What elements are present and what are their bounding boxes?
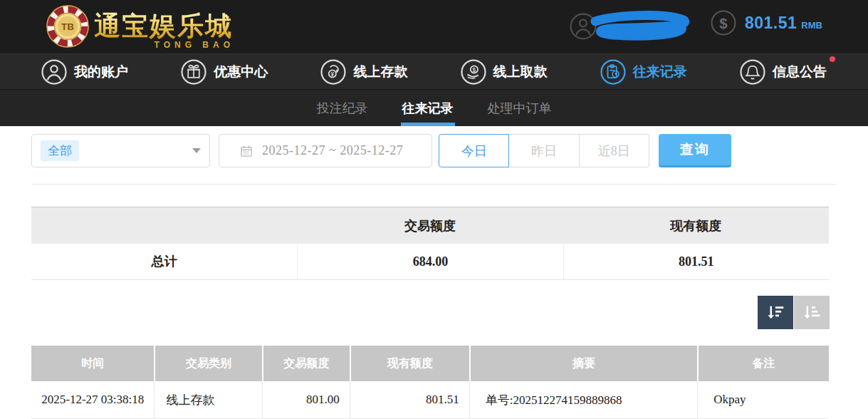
nav-item-announcements[interactable]: 信息公告 bbox=[740, 59, 827, 85]
username-redaction-scribble bbox=[590, 10, 696, 44]
nav-label: 线上取款 bbox=[493, 63, 548, 81]
nav-label: 往来记录 bbox=[633, 63, 687, 81]
summary-total-transaction-amount: 684.00 bbox=[297, 244, 563, 279]
nav-label: 我的账户 bbox=[74, 63, 128, 81]
main-nav: 我的账户 优惠中心 ¥ 线上存款 $ 线上取款 bbox=[0, 53, 868, 89]
coin-dollar-icon: $ bbox=[711, 10, 736, 36]
dropdown-selected-value: 全部 bbox=[41, 140, 79, 161]
record-current-amount: 801.51 bbox=[350, 381, 469, 418]
record-note: Okpay bbox=[697, 381, 829, 418]
balance-amount: 801.51 bbox=[745, 14, 797, 33]
balance-display[interactable]: $ 801.51 RMB bbox=[711, 10, 822, 36]
records-header-note: 备注 bbox=[697, 346, 829, 381]
withdraw-hand-coin-icon: $ bbox=[461, 59, 486, 85]
poker-chip-logo-icon: TB bbox=[46, 4, 90, 48]
section-divider bbox=[31, 184, 837, 185]
summary-header-row: 交易额度 现有额度 bbox=[31, 207, 829, 244]
bell-icon bbox=[740, 59, 765, 85]
sort-descending-icon bbox=[765, 302, 786, 324]
svg-text:$: $ bbox=[719, 16, 727, 31]
user-circle-icon bbox=[41, 59, 67, 85]
summary-total-label: 总计 bbox=[31, 244, 297, 279]
quick-date-yesterday-button[interactable]: 昨日 bbox=[509, 134, 579, 167]
balance-currency: RMB bbox=[801, 15, 822, 31]
nav-item-transaction-records[interactable]: 往来记录 bbox=[600, 59, 687, 85]
records-header-current-amount: 现有额度 bbox=[350, 346, 469, 381]
svg-text:$: $ bbox=[472, 66, 476, 73]
records-header-time: 时间 bbox=[31, 346, 154, 381]
notification-dot bbox=[830, 56, 835, 62]
sort-ascending-button[interactable] bbox=[794, 296, 830, 329]
sort-descending-button[interactable] bbox=[758, 296, 793, 329]
nav-label: 信息公告 bbox=[773, 63, 827, 81]
date-range-value: 2025-12-27 ~ 2025-12-27 bbox=[262, 143, 403, 158]
calendar-icon bbox=[239, 144, 253, 158]
nav-item-promotions[interactable]: 优惠中心 bbox=[181, 59, 268, 85]
chevron-down-icon bbox=[192, 148, 201, 153]
nav-label: 线上存款 bbox=[353, 63, 407, 81]
chip-label: TB bbox=[61, 21, 74, 32]
search-button[interactable]: 查询 bbox=[659, 134, 731, 167]
records-clipboard-icon bbox=[600, 59, 626, 85]
nav-label: 优惠中心 bbox=[214, 63, 268, 81]
summary-total-current-amount: 801.51 bbox=[563, 244, 829, 279]
records-header-type: 交易类别 bbox=[154, 346, 261, 381]
records-header-transaction-amount: 交易额度 bbox=[262, 346, 350, 381]
sort-controls bbox=[758, 296, 830, 329]
gift-icon bbox=[181, 59, 206, 85]
records-header-summary: 摘要 bbox=[469, 346, 697, 381]
quick-date-today-button[interactable]: 今日 bbox=[439, 134, 509, 167]
sub-nav: 投注纪录 往来记录 处理中订单 bbox=[0, 89, 868, 126]
records-table: 时间 交易类别 交易额度 现有额度 摘要 备注 2025-12-27 03:38… bbox=[31, 346, 829, 419]
summary-header-current-amount: 现有额度 bbox=[563, 207, 829, 244]
summary-total-row: 总计 684.00 801.51 bbox=[31, 244, 829, 280]
user-account-area[interactable] bbox=[570, 10, 712, 44]
summary-header-transaction-amount: 交易额度 bbox=[297, 207, 563, 244]
brand-name-cn: 通宝娱乐城 bbox=[94, 9, 233, 44]
quick-date-last8days-button[interactable]: 近8日 bbox=[580, 134, 649, 167]
deposit-hand-coin-icon: ¥ bbox=[320, 59, 346, 85]
records-header-row: 时间 交易类别 交易额度 现有额度 摘要 备注 bbox=[31, 346, 829, 381]
record-time: 2025-12-27 03:38:18 bbox=[31, 381, 154, 418]
nav-item-online-deposit[interactable]: ¥ 线上存款 bbox=[320, 59, 407, 85]
content-area: 全部 2025-12-27 ~ 2025-12-27 今日 昨日 近8日 查询 … bbox=[0, 126, 868, 419]
svg-text:¥: ¥ bbox=[331, 71, 335, 77]
tab-transaction-records[interactable]: 往来记录 bbox=[402, 90, 454, 126]
summary-header-empty bbox=[31, 207, 297, 244]
brand-logo[interactable]: TB 通宝娱乐城 TONG BAO bbox=[46, 4, 233, 48]
brand-text: 通宝娱乐城 TONG BAO bbox=[94, 9, 233, 44]
record-type: 线上存款 bbox=[154, 381, 261, 418]
summary-table: 交易额度 现有额度 总计 684.00 801.51 bbox=[31, 207, 829, 280]
brand-name-en: TONG BAO bbox=[155, 40, 234, 50]
tab-betting-records[interactable]: 投注纪录 bbox=[317, 90, 368, 126]
quick-date-segmented-control: 今日 昨日 近8日 bbox=[439, 134, 649, 167]
record-transaction-amount: 801.00 bbox=[262, 381, 350, 418]
date-range-input[interactable]: 2025-12-27 ~ 2025-12-27 bbox=[219, 134, 432, 167]
top-header: TB 通宝娱乐城 TONG BAO $ 801.51 RMB bbox=[0, 0, 868, 53]
sort-ascending-icon bbox=[801, 302, 822, 324]
tab-pending-orders[interactable]: 处理中订单 bbox=[488, 90, 552, 126]
type-filter-dropdown[interactable]: 全部 bbox=[31, 134, 210, 167]
nav-item-my-account[interactable]: 我的账户 bbox=[41, 59, 128, 85]
table-row: 2025-12-27 03:38:18 线上存款 801.00 801.51 单… bbox=[31, 381, 829, 419]
record-summary: 单号:202512274159889868 bbox=[469, 381, 697, 418]
nav-item-online-withdrawal[interactable]: $ 线上取款 bbox=[461, 59, 548, 85]
